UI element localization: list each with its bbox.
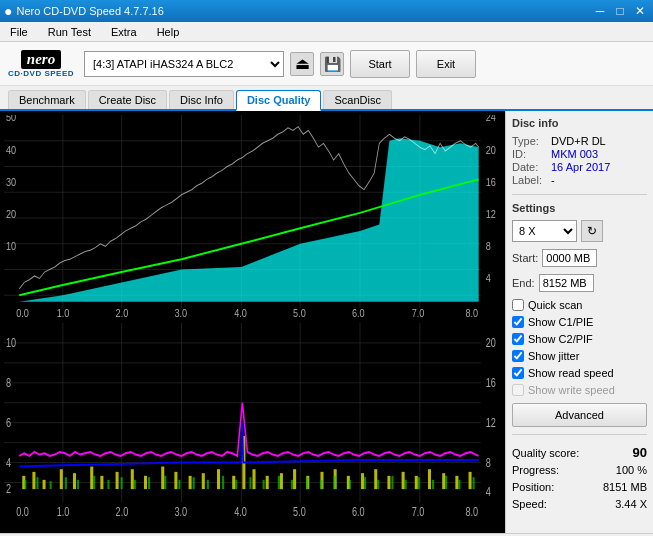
show-jitter-label: Show jitter — [528, 350, 579, 362]
chart-area: 24 20 16 12 8 4 50 40 30 20 10 0.0 1.0 2… — [0, 111, 505, 533]
show-write-speed-label: Show write speed — [528, 384, 615, 396]
svg-rect-120 — [235, 480, 237, 489]
show-c1pie-label: Show C1/PIE — [528, 316, 593, 328]
menu-extra[interactable]: Extra — [105, 24, 143, 40]
save-icon[interactable]: 💾 — [320, 52, 344, 76]
start-input[interactable]: 0000 MB — [542, 249, 597, 267]
svg-text:30: 30 — [6, 176, 16, 188]
type-label: Type: — [512, 135, 547, 147]
svg-rect-116 — [178, 480, 180, 489]
tab-benchmark[interactable]: Benchmark — [8, 90, 86, 109]
svg-rect-99 — [402, 472, 405, 489]
menu-run-test[interactable]: Run Test — [42, 24, 97, 40]
svg-text:3.0: 3.0 — [174, 307, 187, 319]
svg-text:50: 50 — [6, 115, 16, 124]
svg-rect-106 — [36, 477, 38, 489]
end-input[interactable] — [539, 274, 594, 292]
start-button[interactable]: Start — [350, 50, 410, 78]
svg-rect-76 — [90, 467, 93, 490]
svg-text:20: 20 — [6, 208, 16, 220]
type-row: Type: DVD+R DL — [512, 135, 647, 147]
tab-bar: Benchmark Create Disc Disc Info Disc Qua… — [0, 86, 653, 111]
menu-file[interactable]: File — [4, 24, 34, 40]
svg-text:8: 8 — [486, 240, 491, 252]
show-c2pif-row: Show C2/PIF — [512, 333, 647, 345]
speed-selector[interactable]: 8 X — [512, 220, 577, 242]
speed-row-quality: Speed: 3.44 X — [512, 498, 647, 510]
show-read-speed-checkbox[interactable] — [512, 367, 524, 379]
main-content: 24 20 16 12 8 4 50 40 30 20 10 0.0 1.0 2… — [0, 111, 653, 533]
svg-rect-96 — [361, 473, 364, 489]
exit-button[interactable]: Exit — [416, 50, 476, 78]
svg-rect-80 — [144, 476, 147, 489]
svg-text:4: 4 — [486, 485, 491, 498]
tab-create-disc[interactable]: Create Disc — [88, 90, 167, 109]
maximize-button[interactable]: □ — [611, 2, 629, 20]
show-c1pie-checkbox[interactable] — [512, 316, 524, 328]
svg-text:8.0: 8.0 — [466, 307, 479, 319]
svg-rect-114 — [148, 477, 150, 489]
svg-rect-105 — [24, 480, 26, 489]
svg-rect-134 — [432, 480, 434, 489]
svg-rect-78 — [116, 472, 119, 489]
show-c2pif-checkbox[interactable] — [512, 333, 524, 345]
position-row: Position: 8151 MB — [512, 481, 647, 493]
svg-text:10: 10 — [6, 240, 16, 252]
disc-info-table: Type: DVD+R DL ID: MKM 003 Date: 16 Apr … — [512, 135, 647, 187]
svg-rect-126 — [320, 480, 322, 489]
svg-rect-91 — [293, 469, 296, 489]
quality-score-value: 90 — [633, 445, 647, 460]
svg-text:8: 8 — [486, 455, 491, 468]
drive-selector[interactable]: [4:3] ATAPI iHAS324 A BLC2 — [84, 51, 284, 77]
svg-rect-121 — [249, 477, 251, 489]
svg-rect-130 — [377, 480, 379, 489]
svg-text:4: 4 — [486, 272, 491, 284]
svg-text:5.0: 5.0 — [293, 504, 306, 517]
svg-rect-129 — [364, 477, 366, 489]
svg-rect-131 — [391, 476, 393, 489]
progress-label: Progress: — [512, 464, 559, 476]
menu-help[interactable]: Help — [151, 24, 186, 40]
svg-rect-103 — [455, 476, 458, 489]
svg-rect-101 — [428, 469, 431, 489]
tab-scan-disc[interactable]: ScanDisc — [323, 90, 391, 109]
lower-chart: 20 16 12 8 4 10 8 6 4 2 0.0 1.0 2.0 3.0 … — [4, 323, 501, 529]
svg-text:16: 16 — [486, 376, 496, 389]
svg-text:6.0: 6.0 — [352, 307, 365, 319]
svg-rect-79 — [131, 469, 134, 489]
eject-icon[interactable]: ⏏ — [290, 52, 314, 76]
svg-rect-124 — [291, 480, 293, 489]
show-write-speed-row: Show write speed — [512, 384, 647, 396]
tab-disc-info[interactable]: Disc Info — [169, 90, 234, 109]
quick-scan-checkbox[interactable] — [512, 299, 524, 311]
svg-rect-136 — [458, 480, 460, 489]
svg-rect-73 — [43, 480, 46, 489]
end-row: End: — [512, 274, 647, 292]
svg-rect-128 — [349, 480, 351, 489]
svg-text:0.0: 0.0 — [16, 307, 29, 319]
svg-rect-75 — [73, 473, 76, 489]
svg-rect-122 — [263, 480, 265, 489]
minimize-button[interactable]: ─ — [591, 2, 609, 20]
svg-rect-112 — [121, 477, 123, 489]
svg-rect-98 — [387, 476, 390, 489]
svg-text:4.0: 4.0 — [234, 307, 247, 319]
close-button[interactable]: ✕ — [631, 2, 649, 20]
nero-logo: nero CD·DVD SPEED — [8, 50, 74, 78]
svg-rect-125 — [306, 477, 308, 489]
refresh-button[interactable]: ↻ — [581, 220, 603, 242]
svg-rect-88 — [253, 469, 256, 489]
show-jitter-row: Show jitter — [512, 350, 647, 362]
progress-value: 100 % — [616, 464, 647, 476]
svg-text:1.0: 1.0 — [57, 307, 70, 319]
menu-bar: File Run Test Extra Help — [0, 22, 653, 42]
tab-disc-quality[interactable]: Disc Quality — [236, 90, 322, 111]
progress-row: Progress: 100 % — [512, 464, 647, 476]
date-value: 16 Apr 2017 — [551, 161, 610, 173]
svg-text:5.0: 5.0 — [293, 307, 306, 319]
svg-rect-83 — [189, 476, 192, 489]
svg-rect-110 — [93, 476, 95, 489]
show-jitter-checkbox[interactable] — [512, 350, 524, 362]
advanced-button[interactable]: Advanced — [512, 403, 647, 427]
svg-rect-113 — [134, 480, 136, 489]
